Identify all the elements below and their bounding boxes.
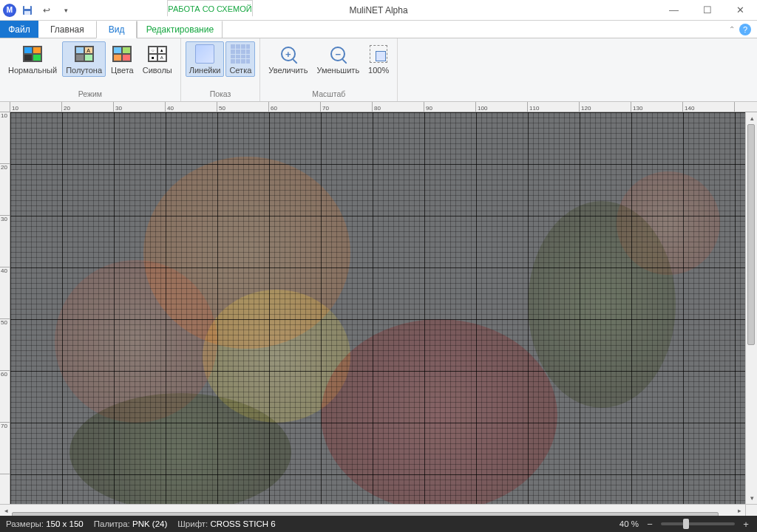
hruler-tick: 120 [580, 102, 631, 112]
status-bar: Размеры: 150 x 150 Палитра: PNK (24) Шри… [0, 516, 757, 532]
zoom-100-label: 100% [368, 66, 389, 75]
hruler-tick: 130 [631, 102, 683, 112]
vruler-tick: 60 [0, 371, 10, 423]
ribbon-group-show: Линейки Сетка Показ [181, 38, 261, 101]
zoom-out-label: Уменьшить [316, 66, 359, 75]
window-title: MuliNET Alpha [349, 5, 407, 16]
vruler-tick: 10 [0, 112, 10, 164]
vruler-tick: 20 [0, 164, 10, 216]
tab-editing[interactable]: Редактирование [137, 21, 223, 38]
hruler-tick: 90 [424, 102, 476, 112]
qat-undo-button[interactable]: ↩ [38, 2, 55, 18]
status-palette: Палитра: PNK (24) [94, 519, 168, 528]
mode-colors-button[interactable]: Цвета [107, 41, 138, 77]
vruler-tick: 50 [0, 319, 10, 371]
zoom-in-label: Увеличить [268, 66, 308, 75]
hruler-tick: 110 [528, 102, 580, 112]
mode-halftone-button[interactable]: A Полутона [62, 41, 106, 77]
scroll-up-button[interactable]: ▴ [746, 112, 757, 124]
show-grid-button[interactable]: Сетка [225, 41, 255, 77]
close-button[interactable]: ✕ [724, 0, 757, 21]
tab-main[interactable]: Главная [38, 21, 96, 38]
vruler-tick: 40 [0, 267, 10, 319]
mode-normal-label: Нормальный [8, 66, 57, 75]
hruler-tick: 50 [217, 102, 269, 112]
mode-normal-button[interactable]: Нормальный [4, 41, 61, 77]
vruler-tick: 70 [0, 423, 10, 474]
stitch-canvas[interactable] [10, 112, 745, 504]
zoom-slider-plus[interactable]: + [741, 519, 751, 530]
ribbon-tabs: Файл Главная Вид Редактирование ⌃ ? [0, 21, 757, 38]
ruler-icon [195, 44, 214, 64]
horizontal-scrollbar[interactable]: ◂ ▸ [0, 504, 745, 516]
hruler-tick: 140 [683, 102, 735, 112]
zoom-out-button[interactable]: − Уменьшить [313, 41, 363, 77]
zoom-in-button[interactable]: + Увеличить [265, 41, 311, 77]
group-zoom-label: Масштаб [260, 89, 397, 101]
scroll-down-button[interactable]: ▾ [746, 492, 757, 504]
hruler-tick: 100 [476, 102, 528, 112]
hruler-tick: 70 [321, 102, 373, 112]
qat-save-button[interactable] [19, 2, 35, 18]
tab-file[interactable]: Файл [0, 21, 38, 38]
zoom-slider[interactable] [661, 522, 735, 525]
mode-symbols-button[interactable]: ○▲■A Сиволы [139, 41, 176, 77]
zoom-slider-minus[interactable]: − [645, 519, 655, 530]
vertical-ruler: 10 20 30 40 50 60 70 [0, 112, 10, 504]
tab-view[interactable]: Вид [96, 21, 138, 38]
ribbon-group-mode: Нормальный A Полутона Цвета ○▲■A Сиволы … [0, 38, 181, 101]
show-rulers-label: Линейки [189, 66, 221, 75]
contextual-tab-label: РАБОТА СО СХЕМОЙ [167, 0, 253, 16]
ribbon-group-zoom: + Увеличить − Уменьшить 100% Масштаб [260, 38, 398, 101]
help-icon[interactable]: ? [739, 24, 751, 35]
scroll-right-button[interactable]: ▸ [733, 505, 745, 516]
mode-colors-label: Цвета [111, 66, 134, 75]
hruler-tick: 60 [269, 102, 321, 112]
group-mode-label: Режим [0, 89, 180, 101]
grid-icon [231, 44, 250, 64]
mode-symbols-label: Сиволы [143, 66, 172, 75]
ribbon-collapse-icon[interactable]: ⌃ [729, 25, 735, 33]
zoom-100-button[interactable]: 100% [364, 41, 393, 77]
maximize-button[interactable]: ☐ [690, 0, 724, 21]
vruler-tick: 30 [0, 216, 10, 267]
minimize-button[interactable]: — [657, 0, 690, 21]
canvas-area: 10 20 30 40 50 60 70 80 90 100 110 120 1… [0, 102, 757, 516]
hruler-tick: 40 [166, 102, 217, 112]
hruler-tick: 80 [373, 102, 424, 112]
title-bar: M ↩ ▾ РАБОТА СО СХЕМОЙ MuliNET Alpha — ☐… [0, 0, 757, 21]
status-zoom-value: 40 % [619, 519, 639, 528]
show-grid-label: Сетка [229, 66, 251, 75]
status-size: Размеры: 150 x 150 [6, 519, 84, 528]
svg-rect-1 [24, 6, 30, 9]
hruler-tick: 30 [114, 102, 166, 112]
show-rulers-button[interactable]: Линейки [186, 41, 225, 77]
qat-customize-button[interactable]: ▾ [58, 2, 74, 18]
scroll-left-button[interactable]: ◂ [0, 505, 12, 516]
canvas-grid-overlay [10, 112, 745, 504]
hruler-tick: 10 [10, 102, 62, 112]
app-icon: M [3, 4, 16, 17]
zoom-out-icon: − [330, 47, 345, 61]
zoom-100-icon [370, 45, 387, 63]
horizontal-ruler: 10 20 30 40 50 60 70 80 90 100 110 120 1… [0, 102, 757, 112]
group-show-label: Показ [181, 89, 260, 101]
status-font: Шрифт: CROSS STICH 6 [177, 519, 275, 528]
ribbon: Нормальный A Полутона Цвета ○▲■A Сиволы … [0, 38, 757, 102]
zoom-in-icon: + [281, 47, 296, 61]
svg-rect-2 [24, 11, 30, 15]
hruler-tick: 20 [62, 102, 114, 112]
mode-halftone-label: Полутона [66, 66, 102, 75]
vertical-scrollbar[interactable]: ▴ ▾ [745, 112, 757, 504]
